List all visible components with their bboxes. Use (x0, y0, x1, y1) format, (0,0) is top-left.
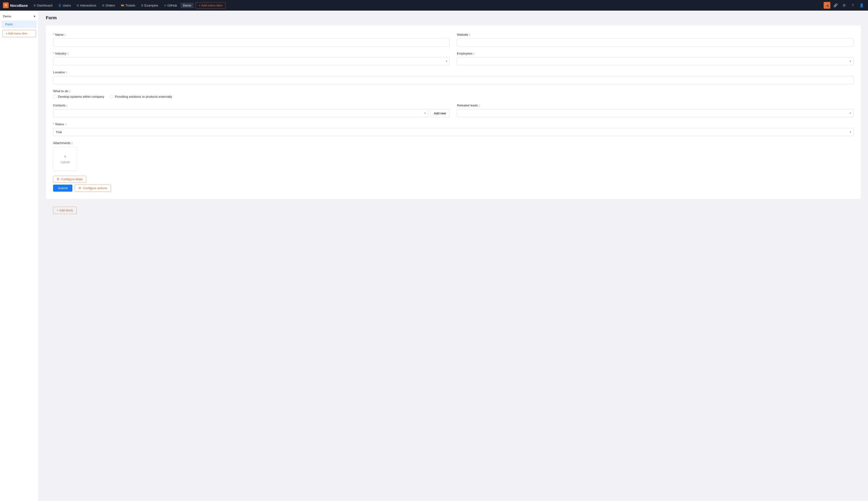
form-row-status: * Status： Trial (53, 122, 854, 136)
nav-users-label: Users (63, 4, 71, 7)
sidebar-chevron-icon: ▾ (34, 14, 35, 18)
sidebar-add-menu-label: + Add menu item (6, 32, 27, 35)
field-status-label: * Status： (53, 122, 854, 127)
form-row-what-to-do: What to do： Develop systems within compa… (53, 89, 854, 98)
nav-examples-label: Examples (144, 4, 158, 7)
sidebar-form-label: Form (5, 22, 12, 26)
top-navigation: N NocoBase ⊞ Dashboard 👤 Users ⊞ Interac… (0, 0, 868, 11)
nav-orders[interactable]: ⊞ Orders (100, 3, 118, 8)
sidebar-demo-header[interactable]: Demo ▾ (0, 12, 39, 20)
field-releated-leads-col: Releated leads： (457, 103, 854, 117)
logo-text: NocoBase (10, 3, 28, 8)
configure-actions-label: Configure actions (83, 186, 107, 190)
help-icon[interactable]: ? (849, 2, 856, 9)
nav-dashboard-label: Dashboard (37, 4, 52, 7)
sidebar-add-menu-button[interactable]: + Add menu item (2, 30, 36, 37)
releated-leads-select[interactable] (457, 109, 854, 117)
nav-interactions-label: Interactions (80, 4, 96, 7)
logo-icon: N (3, 2, 9, 8)
plugin-icon[interactable]: 🔌 (824, 2, 831, 9)
industry-select[interactable] (53, 57, 450, 65)
checkbox-develop-label: Develop systems within company (58, 95, 104, 98)
link-icon[interactable]: 🔗 (832, 2, 839, 9)
field-location-col: Location： (53, 70, 854, 84)
nav-interactions[interactable]: ⊞ Interactions (74, 3, 99, 8)
website-input[interactable] (457, 39, 854, 46)
add-block-label: + Add block (57, 209, 73, 212)
field-employees-label: Employees： (457, 51, 854, 56)
field-name-label: * Name： (53, 33, 450, 37)
field-employees-col: Employees： (457, 51, 854, 65)
add-new-button[interactable]: Add new (430, 109, 450, 117)
checkbox-providing-solutions[interactable]: Providing solutions or products external… (110, 95, 172, 98)
dashboard-icon: ⊞ (34, 4, 36, 7)
field-industry-col: * Industry： (53, 51, 450, 65)
upload-plus-icon: + (64, 154, 67, 160)
form-row-industry-employees: * Industry： Employees： (53, 51, 854, 65)
checkbox-develop-systems[interactable]: Develop systems within company (53, 95, 104, 98)
main-layout: Demo ▾ Form + Add menu item Form * Name： (0, 11, 868, 501)
checkbox-solutions-label: Providing solutions or products external… (115, 95, 172, 98)
examples-icon: ⊞ (141, 4, 143, 7)
interactions-icon: ⊞ (77, 4, 79, 7)
nav-right-icons: 🔌 🔗 ⚙ ? 👤 (824, 2, 865, 9)
location-input[interactable] (53, 76, 854, 84)
configure-actions-button[interactable]: ⚙ Configure actions (75, 185, 111, 192)
nav-examples[interactable]: ⊞ Examples (139, 3, 161, 8)
field-releated-leads-label: Releated leads： (457, 103, 854, 108)
logo[interactable]: N NocoBase (3, 2, 28, 8)
status-required-star: * (53, 122, 54, 126)
nav-github-label: GitHub (167, 4, 177, 7)
field-contacts-label: Contacts： (53, 103, 450, 108)
status-select-wrapper: Trial (53, 128, 854, 136)
main-content: Form * Name： Website： (39, 11, 868, 501)
nav-demo[interactable]: Demo (181, 3, 194, 8)
form-submit-row: Submit ⚙ Configure actions (53, 185, 854, 192)
nav-orders-label: Orders (106, 4, 115, 7)
checkbox-develop-box[interactable] (53, 95, 56, 98)
status-select[interactable]: Trial (53, 128, 854, 136)
name-required-star: * (53, 33, 54, 36)
field-website-col: Website： (457, 33, 854, 46)
form-row-location: Location： (53, 70, 854, 84)
contacts-input-wrap: Add new (53, 109, 450, 117)
add-block-button[interactable]: + Add block (53, 206, 77, 214)
nav-tickets[interactable]: 🎫 Tickets (118, 3, 138, 8)
configure-fields-label: Configure fields (61, 177, 83, 181)
sidebar-demo-label: Demo (3, 14, 11, 18)
industry-select-wrapper (53, 57, 450, 65)
releated-leads-select-wrapper (457, 109, 854, 117)
employees-select[interactable] (457, 57, 854, 65)
field-website-label: Website： (457, 33, 854, 37)
settings-icon[interactable]: ⚙ (840, 2, 848, 9)
configure-fields-button[interactable]: ⚙ Configure fields (53, 176, 86, 183)
checkbox-solutions-radio[interactable] (110, 95, 113, 98)
field-location-label: Location： (53, 70, 854, 75)
sidebar-item-form[interactable]: Form (1, 21, 37, 28)
field-what-to-do-label: What to do： (53, 89, 854, 93)
user-avatar-icon[interactable]: 👤 (858, 2, 865, 9)
nav-tickets-label: Tickets (126, 4, 135, 7)
github-icon: ⊙ (164, 4, 166, 7)
submit-button[interactable]: Submit (53, 185, 72, 192)
form-row-name-website: * Name： Website： (53, 33, 854, 46)
field-attachments-label: Attachments： (53, 141, 854, 145)
page-title: Form (46, 15, 861, 21)
employees-select-wrapper (457, 57, 854, 65)
sidebar: Demo ▾ Form + Add menu item (0, 11, 39, 501)
nav-users[interactable]: 👤 Users (56, 3, 73, 8)
form-row-attachments: Attachments： + Upload (53, 141, 854, 171)
name-input[interactable] (53, 39, 450, 46)
field-contacts-col: Contacts： Add new (53, 103, 450, 117)
nav-add-menu-item-button[interactable]: + Add menu item (196, 2, 226, 9)
field-name-col: * Name： (53, 33, 450, 46)
field-attachments-col: Attachments： + Upload (53, 141, 854, 171)
contacts-select[interactable] (53, 109, 428, 117)
configure-fields-row: ⚙ Configure fields (53, 176, 854, 183)
configure-actions-gear-icon: ⚙ (78, 186, 81, 190)
industry-required-star: * (53, 52, 54, 55)
upload-area[interactable]: + Upload (53, 147, 77, 171)
nav-dashboard[interactable]: ⊞ Dashboard (31, 3, 55, 8)
orders-icon: ⊞ (102, 4, 104, 7)
nav-github[interactable]: ⊙ GitHub (162, 3, 180, 8)
